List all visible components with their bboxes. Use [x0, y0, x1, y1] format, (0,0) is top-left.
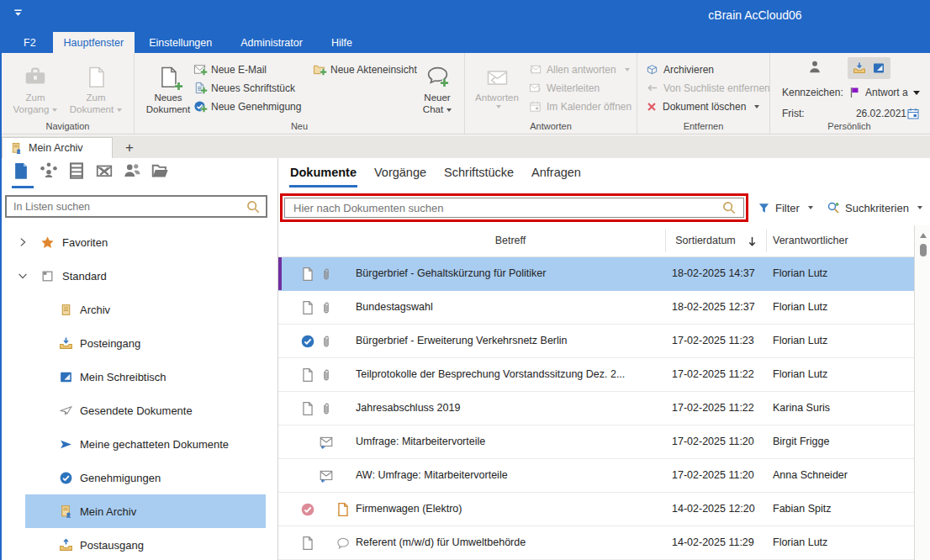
attachment-icon — [319, 401, 334, 416]
weiterleiten-button[interactable]: Weiterleiten — [529, 79, 631, 97]
tree-item-label: Mein Schreibtisch — [0, 371, 166, 383]
table-row[interactable]: Bürgerbrief - Gehaltskürzung für Politik… — [278, 257, 914, 291]
document-status-icon — [300, 300, 315, 315]
tab-vorgaenge[interactable]: Vorgänge — [373, 164, 427, 188]
window-title: cBrain AcCloud06 — [708, 8, 801, 22]
table-row[interactable]: Bürgerbrief - Erweiterung Verkehrsnetz B… — [278, 325, 914, 358]
new-file-access-icon — [313, 63, 325, 76]
menu-tab-administrator[interactable]: Administrator — [226, 32, 317, 53]
sidebar-tree-item[interactable]: Posteingang — [0, 326, 277, 360]
table-row[interactable]: Firmenwagen (Elektro) 14-02-2025 12:20 F… — [278, 493, 914, 526]
zum-dokument-button[interactable]: Zum Dokument — [69, 57, 123, 116]
briefcase-icon — [23, 57, 48, 89]
filter-button[interactable]: Filter — [758, 197, 813, 219]
tab-dokumente[interactable]: Dokumente — [289, 164, 357, 188]
frist-value[interactable]: 26.02.2021 — [856, 108, 906, 119]
sidebar-tree-item[interactable]: Genehmigungen — [0, 461, 277, 494]
column-separator[interactable] — [766, 230, 767, 252]
suchkriterien-button[interactable]: Suchkriterien — [827, 197, 922, 219]
new-tab-button[interactable]: + — [118, 137, 141, 158]
column-header-verantwortlicher[interactable]: Verantwortlicher — [773, 225, 848, 256]
neues-schriftstueck-button[interactable]: Neues Schriftstück — [193, 79, 301, 97]
sidebar-tree-item[interactable]: Mein Archiv — [0, 494, 277, 528]
list-icon[interactable] — [67, 160, 86, 182]
dropdown-caret-icon — [496, 105, 501, 108]
quick-access-toolbar-icon[interactable] — [12, 7, 24, 19]
von-suchliste-entfernen-button[interactable]: Von Suchliste entfernen — [646, 79, 770, 97]
inbox-toggle-icon[interactable] — [853, 61, 866, 75]
sort-descending-icon[interactable] — [748, 236, 757, 247]
table-row[interactable]: Jahresabschluss 2019 17-02-2025 11:22 Ka… — [278, 392, 914, 425]
flag-icon[interactable] — [848, 86, 861, 99]
calendar-icon — [529, 100, 542, 113]
folder-icon[interactable] — [151, 160, 169, 182]
neue-genehmigung-button[interactable]: Neue Genehmigung — [193, 98, 301, 115]
menu-tab-hauptfenster[interactable]: Hauptfenster — [53, 32, 135, 53]
extra-status-icon — [336, 300, 351, 315]
allen-antworten-button[interactable]: Allen antworten — [529, 61, 631, 78]
column-header-sortierdatum[interactable]: Sortierdatum — [665, 225, 746, 256]
new-chat-icon — [425, 57, 451, 89]
org-icon[interactable] — [40, 160, 58, 182]
mail-x-icon[interactable] — [95, 160, 114, 182]
personal-toggle-buttons — [848, 57, 890, 79]
antworten-button[interactable]: Antworten — [470, 57, 524, 108]
neues-dokument-button[interactable]: Neues Dokument — [141, 57, 195, 116]
calendar-picker-icon[interactable] — [906, 107, 920, 120]
neue-email-button[interactable]: Neue E-Mail — [193, 61, 301, 78]
search-criteria-icon — [827, 201, 840, 214]
tab-schriftstuecke[interactable]: Schriftstücke — [443, 164, 515, 188]
sidebar-tree-item[interactable]: Meine gechatteten Dokumente — [0, 427, 277, 461]
document-status-icon — [300, 536, 315, 551]
sidebar-tab-mein-archiv[interactable]: Mein Archiv — [2, 137, 113, 158]
zum-vorgang-label: Zum Vorgang — [13, 92, 50, 114]
search-icon[interactable] — [246, 199, 261, 214]
zum-vorgang-button[interactable]: Zum Vorgang — [8, 57, 62, 116]
kennzeichen-value[interactable]: Antwort a — [865, 87, 908, 98]
selection-bar — [278, 257, 282, 290]
neue-akteneinsicht-button[interactable]: Neue Akteneinsicht — [313, 61, 417, 78]
table-header: Betreff Sortierdatum Verantwortlicher — [278, 225, 914, 257]
sidebar-tree-item[interactable]: Mein Schreibtisch — [0, 360, 277, 394]
tab-anfragen[interactable]: Anfragen — [531, 164, 582, 188]
scrollbar-thumb[interactable] — [920, 244, 927, 256]
dropdown-caret-icon — [447, 108, 452, 112]
sidebar-tree-item[interactable]: Postausgang — [0, 528, 277, 560]
attachment-icon — [319, 334, 334, 349]
betreff-cell: Jahresabschluss 2019 — [356, 392, 660, 425]
menu-tab-f2[interactable]: F2 — [7, 32, 53, 53]
dokument-loeschen-button[interactable]: Dokument löschen — [646, 98, 770, 115]
archivieren-button[interactable]: Archivieren — [646, 61, 770, 78]
desktop-toggle-icon[interactable] — [872, 61, 885, 75]
vertical-scrollbar[interactable] — [914, 225, 930, 560]
people-icon[interactable] — [123, 160, 141, 182]
sidebar-search-input[interactable] — [7, 200, 246, 214]
table-row[interactable]: AW: Umfrage: Mitarbeitervorteile 17-02-2… — [278, 459, 914, 493]
group-label-navigation: Navigation — [2, 121, 134, 131]
neuer-chat-button[interactable]: Neuer Chat — [414, 57, 461, 116]
sidebar-tree-item[interactable]: Standard — [0, 259, 277, 293]
attachment-icon — [319, 435, 334, 450]
search-icon[interactable] — [721, 200, 737, 215]
scroll-up-icon[interactable] — [920, 233, 927, 238]
menu-tab-hilfe[interactable]: Hilfe — [317, 32, 367, 53]
delete-x-icon — [646, 101, 658, 113]
table-row[interactable]: Umfrage: Mitarbeitervorteile 17-02-2025 … — [278, 425, 914, 459]
attachment-icon — [319, 468, 334, 483]
column-header-betreff[interactable]: Betreff — [356, 225, 665, 256]
table-row[interactable]: Bundestagswahl 18-02-2025 12:37 Florian … — [278, 291, 914, 325]
sidebar-tree-item[interactable]: Favoriten — [0, 225, 277, 259]
sidebar-tab-label: Mein Archiv — [29, 142, 83, 154]
documents-icon[interactable] — [12, 160, 30, 182]
sidebar-tree-item[interactable]: Gesendete Dokumente — [0, 394, 277, 427]
dropdown-caret-icon[interactable] — [913, 91, 920, 95]
menu-tab-einstellungen[interactable]: Einstellungen — [135, 32, 226, 53]
document-status-icon — [300, 435, 315, 450]
table-row[interactable]: Referent (m/w/d) für Umweltbehörde 14-02… — [278, 526, 914, 560]
im-kalender-oeffnen-button[interactable]: Im Kalender öffnen — [529, 98, 631, 115]
sidebar-tree-item[interactable]: Archiv — [0, 293, 277, 326]
betreff-cell: Bürgerbrief - Erweiterung Verkehrsnetz B… — [356, 325, 660, 357]
document-search-input[interactable] — [285, 201, 721, 215]
person-icon[interactable] — [807, 59, 822, 76]
table-row[interactable]: Teilprotokolle der Besprechung Vorstands… — [278, 358, 914, 392]
